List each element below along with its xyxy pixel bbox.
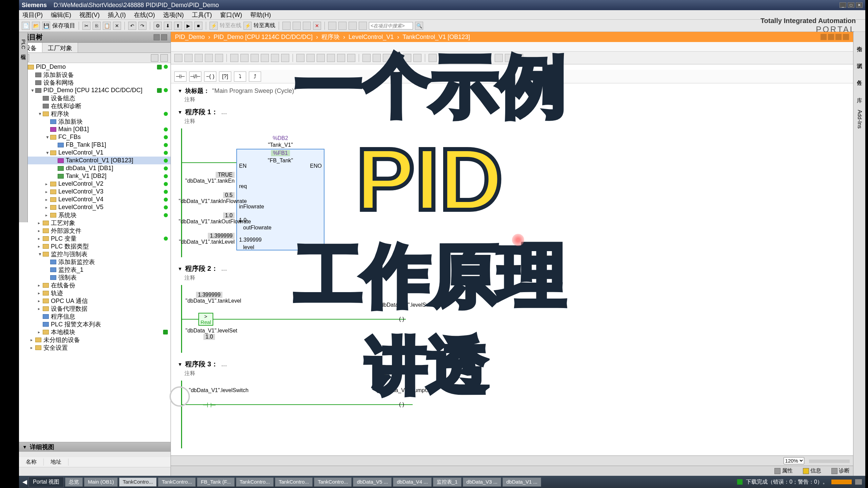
footer-icon[interactable] bbox=[855, 479, 862, 485]
footer-tab[interactable]: TankContro... bbox=[314, 477, 352, 487]
footer-tab[interactable]: dbData_V3 ... bbox=[463, 477, 501, 487]
network-3[interactable]: ▼程序段 3：... 注释 "dbData_V1".levelSwitch ⊣ … bbox=[178, 360, 846, 448]
editor-tb-icon[interactable] bbox=[281, 54, 289, 62]
zoom-select[interactable]: 120% bbox=[784, 457, 804, 464]
diagnostics-tab[interactable]: 诊断 bbox=[831, 467, 850, 474]
tb-icon-5[interactable] bbox=[338, 22, 347, 30]
tree-item[interactable]: 设备和网络 bbox=[19, 79, 171, 86]
editor-tb-icon[interactable] bbox=[296, 54, 304, 62]
tree-item[interactable]: 添加新监控表 bbox=[19, 258, 171, 266]
tree-item[interactable]: ▸LevelControl_V4 bbox=[19, 196, 171, 203]
tb-icon-7[interactable] bbox=[359, 22, 367, 30]
project-tree[interactable]: ▼PID_Demo添加新设备设备和网络▼PID_Demo [CPU 1214C … bbox=[19, 63, 171, 442]
upload-icon[interactable]: ⬆ bbox=[174, 22, 182, 30]
lad-box-icon[interactable]: [?] bbox=[219, 72, 231, 82]
editor-tb-icon[interactable] bbox=[184, 54, 193, 62]
tree-item[interactable]: ▸未分组的设备 bbox=[19, 336, 171, 344]
tree-item[interactable]: ▸外部源文件 bbox=[19, 227, 171, 235]
dock-tab[interactable]: 任务 bbox=[854, 73, 864, 79]
tree-item[interactable]: ▸在线备份 bbox=[19, 281, 171, 289]
editor-tb-icon[interactable] bbox=[215, 54, 223, 62]
editor-tb-icon[interactable] bbox=[230, 54, 238, 62]
footer-tab[interactable]: dbData_V5 ... bbox=[353, 477, 392, 487]
editor-tb-icon[interactable] bbox=[413, 54, 421, 62]
tree-item[interactable]: ▸设备代理数据 bbox=[19, 305, 171, 312]
redo-icon[interactable]: ↷ bbox=[138, 22, 146, 30]
go-offline-label[interactable]: 转至离线 bbox=[254, 22, 275, 29]
tree-item[interactable]: 程序信息 bbox=[19, 312, 171, 320]
menu-item[interactable]: 编辑(E) bbox=[51, 11, 71, 19]
search-input[interactable] bbox=[369, 22, 413, 29]
footer-tab[interactable]: dbData_V1 ... bbox=[502, 477, 541, 487]
breadcrumb-item[interactable]: TankControl_V1 [OB123] bbox=[402, 34, 470, 41]
tree-item[interactable]: ▸轨迹 bbox=[19, 289, 171, 297]
minimize-button[interactable]: _ bbox=[840, 2, 846, 8]
tb-icon-2[interactable] bbox=[293, 22, 301, 30]
bc-control-icon[interactable] bbox=[821, 34, 827, 40]
hdr-icon[interactable] bbox=[154, 34, 160, 40]
editor-tb-icon[interactable] bbox=[251, 54, 259, 62]
bc-control-icon[interactable] bbox=[828, 34, 834, 40]
tree-item[interactable]: dbData_V1 [DB1] bbox=[19, 164, 171, 172]
tree-item[interactable]: Tank_V1 [DB2] bbox=[19, 172, 171, 180]
tree-item[interactable]: 强制表 bbox=[19, 273, 171, 281]
new-project-icon[interactable]: 📄 bbox=[22, 22, 30, 30]
breadcrumb-item[interactable]: 程序块 bbox=[321, 33, 340, 41]
editor-tb-icon[interactable] bbox=[317, 54, 325, 62]
cut-icon[interactable]: ✂ bbox=[82, 22, 91, 30]
expand-icon[interactable] bbox=[160, 54, 168, 62]
menu-item[interactable]: 窗口(W) bbox=[220, 11, 242, 19]
bc-control-icon[interactable] bbox=[835, 34, 842, 40]
tree-item[interactable]: ▼PID_Demo [CPU 1214C DC/DC/DC] bbox=[19, 86, 171, 94]
tree-item[interactable]: ▸LevelControl_V5 bbox=[19, 203, 171, 211]
tree-item[interactable]: ▸OPC UA 通信 bbox=[19, 297, 171, 305]
simulate-icon[interactable]: ▶ bbox=[184, 22, 192, 30]
collapse-icon[interactable] bbox=[151, 54, 158, 62]
editor-body[interactable]: ▼ 块标题： "Main Program Sweep (Cycle)" 注释 ▼… bbox=[171, 83, 853, 455]
network-4[interactable]: ▼程序段 4： bbox=[178, 455, 846, 455]
menu-item[interactable]: 项目(P) bbox=[22, 11, 43, 19]
tree-item[interactable]: 设备组态 bbox=[19, 94, 171, 102]
lad-contact-icon[interactable]: ⊣⊢ bbox=[174, 72, 186, 82]
breadcrumb-item[interactable]: LevelControl_V1 bbox=[349, 34, 394, 41]
tb-icon-6[interactable] bbox=[349, 22, 357, 30]
plc-programming-tab[interactable]: PLC 编程 bbox=[19, 33, 28, 222]
editor-tb-icon[interactable] bbox=[362, 54, 371, 62]
tree-item[interactable]: 添加新设备 bbox=[19, 71, 171, 79]
tree-item[interactable]: ▸PLC 数据类型 bbox=[19, 242, 171, 250]
breadcrumb-item[interactable]: PID_Demo [CPU 1214C DC/DC/DC] bbox=[214, 34, 313, 41]
editor-tb-icon[interactable] bbox=[439, 54, 447, 62]
bc-control-icon[interactable] bbox=[843, 34, 849, 40]
tree-item[interactable]: ▼PID_Demo bbox=[19, 63, 171, 71]
search-go-icon[interactable]: 🔍 bbox=[415, 22, 423, 30]
tb-icon-1[interactable] bbox=[282, 22, 291, 30]
tb-icon-3[interactable] bbox=[303, 22, 311, 30]
editor-tb-icon[interactable] bbox=[515, 54, 523, 62]
footer-tab[interactable]: TankContro... bbox=[158, 477, 196, 487]
tree-item[interactable]: ▸工艺对象 bbox=[19, 219, 171, 227]
network-2[interactable]: ▼程序段 2：... 注释 1.399999 "dbData_V1".tankL… bbox=[178, 264, 846, 353]
footer-tab[interactable]: TankContro... bbox=[236, 477, 274, 487]
footer-tab[interactable]: TankContro... bbox=[275, 477, 313, 487]
footer-tab[interactable]: dbData_V4 ... bbox=[393, 477, 432, 487]
stop-icon[interactable]: ■ bbox=[194, 22, 202, 30]
lad-coil-icon[interactable]: −( ) bbox=[204, 72, 216, 82]
editor-tb-icon[interactable] bbox=[479, 54, 488, 62]
footer-tab[interactable]: 监控表_1 bbox=[433, 477, 461, 487]
tree-item[interactable]: 在线和诊断 bbox=[19, 102, 171, 110]
hdr-icon[interactable] bbox=[161, 34, 167, 40]
editor-tb-icon[interactable] bbox=[307, 54, 315, 62]
dock-tab[interactable]: 指令 bbox=[854, 39, 864, 45]
lad-branch2-icon[interactable]: ⤴ bbox=[249, 72, 261, 82]
editor-tb-icon[interactable] bbox=[240, 54, 249, 62]
download-icon[interactable]: ⬇ bbox=[164, 22, 172, 30]
save-icon[interactable]: 💾 bbox=[42, 22, 50, 30]
go-online-label[interactable]: 转至在线 bbox=[220, 22, 241, 29]
editor-tb-icon[interactable] bbox=[393, 54, 401, 62]
fb-call-box[interactable]: %DB2 "Tank_V1" %FB1 "FB_Tank" EN ENO req… bbox=[236, 149, 324, 250]
tree-item[interactable]: ▸LevelControl_V2 bbox=[19, 180, 171, 188]
tree-item[interactable]: ▼FC_FBs bbox=[19, 133, 171, 141]
menu-item[interactable]: 帮助(H) bbox=[250, 11, 271, 19]
network-1[interactable]: ▼程序段 1：... 注释 %DB2 "Tank_V1" %FB1 "FB_Ta… bbox=[178, 107, 846, 257]
open-project-icon[interactable]: 📂 bbox=[32, 22, 40, 30]
